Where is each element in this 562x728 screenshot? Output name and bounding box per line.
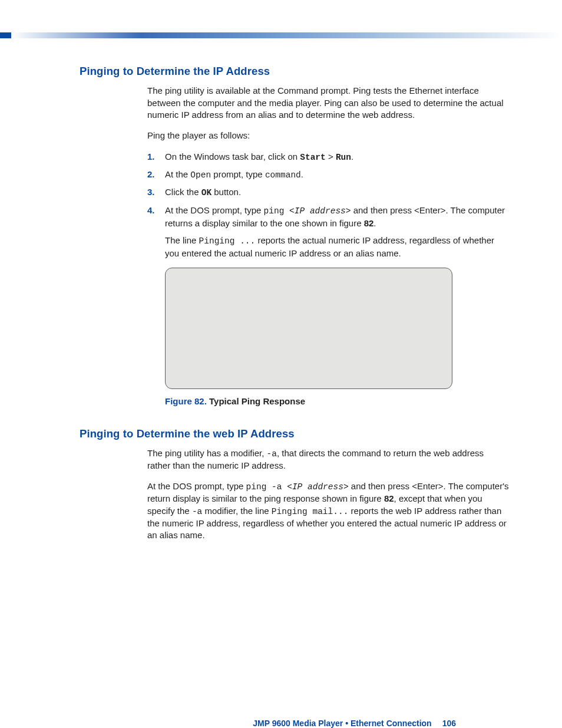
step-1: On the Windows task bar, click on Start … <box>147 150 509 163</box>
ip-placeholder: <IP address> <box>289 206 351 216</box>
page-content: Pinging to Determine the IP Address The … <box>0 38 562 728</box>
pinging-label: Pinging ... <box>199 236 256 246</box>
figure-label: Figure 82. <box>165 396 207 406</box>
figure-82-placeholder <box>165 268 452 389</box>
command-label: command <box>265 170 301 180</box>
footer-page-number: 106 <box>442 719 456 728</box>
steps-list: On the Windows task bar, click on Start … <box>147 150 509 259</box>
step-text: . <box>351 151 353 162</box>
step-text: > <box>326 151 336 162</box>
heading-section-1: Pinging to Determine the IP Address <box>80 65 509 78</box>
pinging-mail-label: Pinging mail... <box>272 507 349 516</box>
flag-a: -a <box>267 449 277 459</box>
ping-cmd: ping <box>264 206 290 216</box>
body-text: The ping utility has a modifier, <box>147 448 267 458</box>
step-3: Click the OK button. <box>147 186 509 199</box>
heading-section-2: Pinging to Determine the web IP Address <box>80 427 509 440</box>
step-text: button. <box>211 187 241 197</box>
figure-ref: 82 <box>384 493 394 503</box>
step-text: The line <box>165 235 199 245</box>
sec2-para2: At the DOS prompt, type ping -a <IP addr… <box>147 480 509 542</box>
flag-a: -a <box>192 507 202 516</box>
figure-ref: 82 <box>364 218 374 228</box>
step-4-sub: The line Pinging ... reports the actual … <box>165 234 509 259</box>
figure-title: Typical Ping Response <box>207 396 305 406</box>
header-strip <box>0 32 562 38</box>
body-text: modifier, the line <box>202 506 272 516</box>
page-footer: JMP 9600 Media Player • Ethernet Connect… <box>80 719 509 728</box>
lead-paragraph: Ping the player as follows: <box>147 130 509 142</box>
step-text: . <box>301 169 303 179</box>
section-2-body: The ping utility has a modifier, -a, tha… <box>147 447 509 542</box>
ok-label: OK <box>201 188 211 197</box>
ip-placeholder: <IP address> <box>287 482 348 492</box>
run-label: Run <box>336 153 351 162</box>
step-text: On the Windows task bar, click on <box>165 151 300 162</box>
step-4: At the DOS prompt, type ping <IP address… <box>147 204 509 260</box>
step-text: . <box>373 218 376 228</box>
step-text: prompt, type <box>211 169 265 179</box>
section-1-body: The ping utility is available at the Com… <box>147 85 509 406</box>
sec2-para1: The ping utility has a modifier, -a, tha… <box>147 447 509 472</box>
open-label: Open <box>190 170 211 180</box>
step-2: At the Open prompt, type command. <box>147 168 509 181</box>
step-text: At the <box>165 169 190 179</box>
step-text: Click the <box>165 187 201 197</box>
start-label: Start <box>300 153 326 162</box>
ping-a-cmd: ping -a <box>246 482 287 492</box>
intro-paragraph: The ping utility is available at the Com… <box>147 85 509 121</box>
footer-title: JMP 9600 Media Player • Ethernet Connect… <box>253 719 431 728</box>
figure-82-caption: Figure 82. Typical Ping Response <box>165 396 509 406</box>
step-text: At the DOS prompt, type <box>165 205 264 215</box>
body-text: At the DOS prompt, type <box>147 481 246 491</box>
